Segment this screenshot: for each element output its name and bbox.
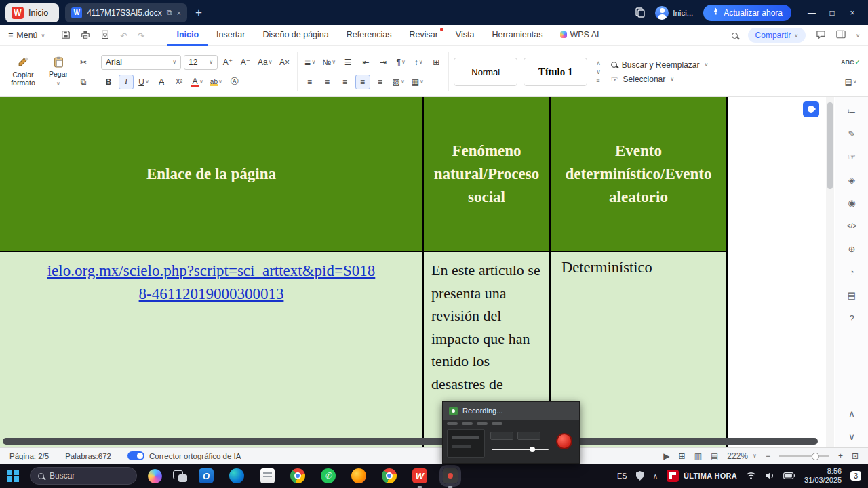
undo-icon[interactable]: ↶ (120, 30, 127, 41)
tab-diseno-de-pagina[interactable]: Diseño de página (254, 25, 337, 46)
read-mode-icon[interactable]: ▶ (663, 451, 669, 461)
app-icon-whatsapp[interactable]: ✆ (320, 468, 336, 484)
menu-button[interactable]: ≡ Menú ∨ (8, 30, 45, 40)
update-now-button[interactable]: Actualizar ahora (703, 5, 791, 21)
security-shield-icon[interactable] (636, 471, 644, 481)
spell-check-icon[interactable]: ABC✓ (839, 55, 863, 70)
save-icon[interactable] (61, 30, 71, 41)
print-icon[interactable] (81, 30, 90, 41)
grow-font-icon[interactable]: A⁺ (220, 55, 235, 70)
italic-button[interactable]: I (119, 75, 134, 89)
recorder-dropdown-1[interactable] (490, 432, 513, 440)
task-pane-icon[interactable] (836, 30, 846, 41)
line-spacing-button[interactable]: ↕∨ (411, 55, 426, 70)
code-fields-icon[interactable]: </> (847, 222, 856, 231)
tab-close-icon[interactable]: × (177, 9, 181, 17)
underline-button[interactable]: U∨ (136, 75, 151, 89)
align-right-button[interactable]: ≡ (338, 75, 353, 89)
hidden-icons-chevron[interactable]: ∧ (653, 472, 658, 480)
table-cell-link[interactable]: ielo.org.mx/scielo.php?script=sci_arttex… (0, 252, 424, 447)
superscript-button[interactable]: X² (172, 75, 186, 89)
tab-restore-icon[interactable]: ⧉ (167, 8, 172, 17)
styles-more-icon[interactable]: ≡ (596, 77, 601, 84)
recorder-dropdown-2[interactable] (517, 432, 540, 440)
styles-down-icon[interactable]: ∨ (596, 68, 601, 75)
app-icon-document[interactable] (259, 468, 275, 484)
notification-count-badge[interactable]: 3 (850, 471, 861, 481)
justify-button[interactable]: ≡ (355, 75, 370, 89)
horizontal-scrollbar[interactable] (3, 438, 818, 445)
taskbar-clock[interactable]: 8:56 31/03/2025 (804, 467, 842, 485)
style-normal[interactable]: Normal (454, 58, 517, 86)
zoom-slider[interactable] (779, 455, 829, 457)
app-icon-edge[interactable] (229, 468, 245, 484)
copy-page-icon[interactable] (635, 7, 645, 18)
copilot-icon[interactable] (148, 469, 162, 483)
new-tab-button[interactable]: + (195, 6, 202, 20)
font-color-button[interactable]: A∨ (189, 75, 205, 89)
table-header-evento[interactable]: Evento determinístico/Evento aleatorio (551, 97, 728, 252)
minimize-button[interactable]: — (802, 3, 822, 23)
comment-icon[interactable] (816, 30, 826, 41)
rail-up-icon[interactable]: ∧ (848, 409, 855, 419)
app-icon-screen-recorder[interactable] (442, 468, 458, 484)
recorder-source-panel[interactable] (447, 429, 485, 458)
ai-spellcheck-toggle[interactable] (127, 451, 144, 460)
select-button[interactable]: ☞ Seleccionar ∨ (611, 75, 709, 84)
close-button[interactable]: × (842, 3, 863, 23)
app-icon-firefox[interactable] (351, 468, 367, 484)
web-view-icon[interactable]: ▥ (694, 451, 702, 461)
share-collab-icon[interactable]: ⊕ (848, 245, 856, 254)
vertical-scrollbar-thumb[interactable] (827, 102, 833, 189)
pages-view-icon[interactable]: ⊞ (679, 451, 686, 461)
scielo-hyperlink[interactable]: ielo.org.mx/scielo.php?script=sci_arttex… (0, 252, 422, 306)
table-header-fenomeno[interactable]: Fenómeno natural/Proceso social (424, 97, 551, 252)
highlight-color-button[interactable]: ab∨ (208, 75, 224, 89)
bullets-button[interactable]: ≣∨ (302, 55, 318, 70)
font-name-select[interactable]: Arial ∨ (101, 55, 181, 70)
redo-icon[interactable]: ↷ (138, 30, 144, 41)
strikethrough-button[interactable]: A (154, 75, 169, 89)
tab-referencias[interactable]: Referencias (338, 25, 401, 46)
styles-up-icon[interactable]: ∧ (596, 60, 601, 66)
change-case-icon[interactable]: Aa∨ (256, 55, 275, 70)
copy-icon[interactable]: ⧉ (76, 75, 91, 89)
shrink-font-icon[interactable]: A⁻ (238, 55, 253, 70)
task-view-icon[interactable] (173, 470, 187, 482)
record-button[interactable] (556, 433, 572, 449)
tab-inicio[interactable]: Inicio (167, 25, 208, 46)
select-hand-icon[interactable]: ☞ (848, 152, 856, 162)
maximize-button[interactable]: □ (822, 3, 842, 23)
start-button[interactable] (7, 470, 19, 482)
account-button[interactable]: Inici... (655, 6, 693, 20)
tab-herramientas[interactable]: Herramientas (483, 25, 551, 46)
battery-icon[interactable] (783, 472, 795, 479)
app-icon-chrome[interactable] (290, 468, 306, 484)
tab-insertar[interactable]: Insertar (208, 25, 254, 46)
lock-protect-icon[interactable]: ◉ (848, 199, 855, 208)
tab-revisar[interactable]: Revisar (400, 25, 446, 46)
language-indicator[interactable]: ES (617, 472, 627, 480)
app-icon-outlook[interactable]: O (198, 468, 214, 484)
decrease-indent-button[interactable]: ⇤ (358, 55, 373, 70)
paste-button[interactable]: Pegar ∨ (41, 49, 76, 94)
clear-format-icon[interactable]: A× (277, 55, 292, 70)
cut-icon[interactable]: ✂ (76, 55, 91, 70)
document-tab[interactable]: W 4117M17S3AI5.docx ⧉ × (65, 3, 187, 22)
multilevel-list-button[interactable]: ☰ (340, 55, 355, 70)
page-indicator[interactable]: Página: 2/5 (9, 452, 49, 460)
tab-wps-ai[interactable]: WPS AI (551, 25, 608, 46)
edit-pen-icon[interactable]: ✎ (848, 129, 856, 139)
align-left-button[interactable]: ≡ (302, 75, 317, 89)
rail-down-icon[interactable]: ∨ (848, 432, 855, 442)
news-widget[interactable]: ÚLTIMA HORA (667, 470, 737, 482)
outline-list-icon[interactable]: ▤ (848, 291, 856, 300)
app-icon-chrome-alt[interactable] (381, 468, 397, 484)
borders-button[interactable]: ⊞ (429, 55, 443, 70)
word-count[interactable]: Palabras:672 (65, 452, 111, 460)
taskbar-search[interactable]: Buscar (30, 467, 137, 485)
paragraph-mark-button[interactable]: ¶∨ (393, 55, 408, 70)
increase-indent-button[interactable]: ⇥ (376, 55, 391, 70)
collapse-ribbon-icon[interactable]: ∨ (856, 33, 860, 39)
layout-options-icon[interactable]: ▤∨ (839, 75, 863, 89)
